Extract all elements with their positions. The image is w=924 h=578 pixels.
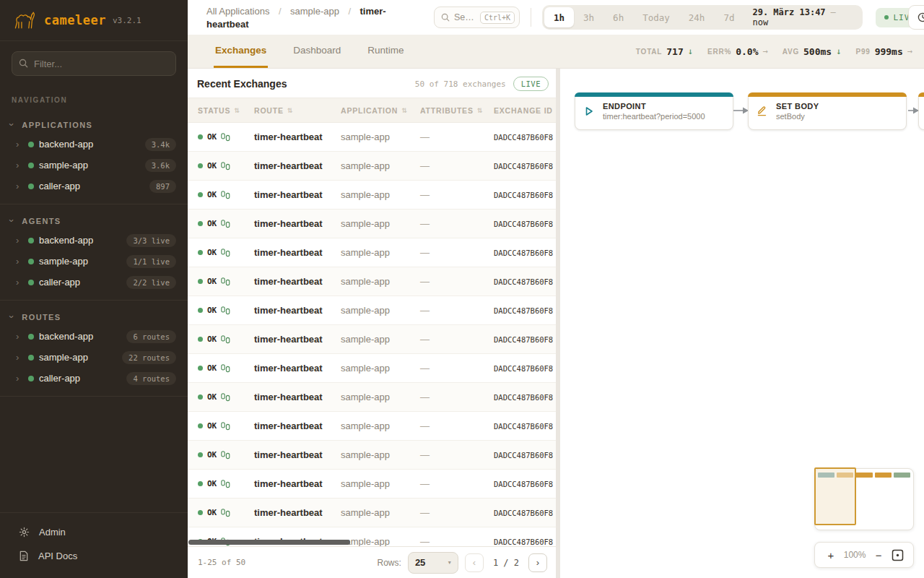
flow-node-partial[interactable] xyxy=(918,92,924,130)
status-cell: OK xyxy=(198,363,254,373)
attributes-cell: — xyxy=(420,334,494,345)
time-range-3h[interactable]: 3h xyxy=(574,7,603,27)
chevron-right-icon[interactable]: › xyxy=(16,331,25,342)
column-header-attributes[interactable]: ATTRIBUTES⇅ xyxy=(420,106,494,115)
tab-dashboard[interactable]: Dashboard xyxy=(292,35,342,68)
table-row[interactable]: OKtimer-heartbeatsample-app—DADCC487B60F… xyxy=(188,499,556,527)
prev-page-button[interactable]: ‹ xyxy=(465,553,484,572)
time-range-group: 1h3h6hToday24h7d 29. März 13:47–now xyxy=(542,5,863,30)
time-range-24h[interactable]: 24h xyxy=(679,7,715,27)
chevron-right-icon[interactable]: › xyxy=(16,235,25,246)
table-row[interactable]: OKtimer-heartbeatsample-app—DADCC487B60F… xyxy=(188,267,556,296)
sidebar-item-caller-app[interactable]: ›caller-app897 xyxy=(0,176,188,197)
sidebar-item-admin[interactable]: Admin xyxy=(0,520,188,544)
api-docs-label: API Docs xyxy=(38,551,77,561)
sidebar-item-badge: 897 xyxy=(149,180,176,193)
column-header-application[interactable]: APPLICATION⇅ xyxy=(341,106,420,115)
stat-label: AVG xyxy=(783,48,799,56)
route-cell: timer-heartbeat xyxy=(254,305,341,316)
table-row[interactable]: OKtimer-heartbeatsample-app—DADCC487B60F… xyxy=(188,296,556,325)
minimap-viewport[interactable] xyxy=(814,467,856,525)
status-text: OK xyxy=(207,508,217,517)
breadcrumb-sample-app[interactable]: sample-app xyxy=(290,6,339,17)
column-header-exchange-id[interactable]: EXCHANGE ID⇅ xyxy=(494,106,556,115)
attributes-cell: — xyxy=(420,131,494,142)
tab-runtime[interactable]: Runtime xyxy=(366,35,405,68)
table-row[interactable]: OKtimer-heartbeatsample-app—DADCC487B60F… xyxy=(188,470,556,499)
sidebar-item-sample-app[interactable]: ›sample-app22 routes xyxy=(0,347,188,368)
nav-section-label: NAVIGATION xyxy=(12,96,176,104)
breadcrumb-separator: / xyxy=(279,6,282,17)
sidebar-item-label: backend-app xyxy=(39,331,126,342)
table-row[interactable]: OKtimer-heartbeatsample-app—DADCC487B60F… xyxy=(188,152,556,181)
section-header-agents[interactable]: ›AGENTS xyxy=(0,210,188,230)
table-live-toggle[interactable]: LIVE xyxy=(513,77,549,91)
sidebar-item-api-docs[interactable]: API Docs xyxy=(0,544,188,568)
chevron-right-icon[interactable]: › xyxy=(16,373,25,384)
sidebar: cameleer v3.2.1 NAVIGATION ›APPLICATIONS… xyxy=(0,0,188,578)
chevron-down-icon: ▾ xyxy=(448,559,451,566)
minimap[interactable] xyxy=(814,468,914,530)
time-range-today[interactable]: Today xyxy=(633,7,679,27)
sidebar-item-caller-app[interactable]: ›caller-app4 routes xyxy=(0,368,188,389)
table-row[interactable]: OKtimer-heartbeatsample-app—DADCC487B60F… xyxy=(188,181,556,210)
table-row[interactable]: OKtimer-heartbeatsample-app—DADCC487B60F… xyxy=(188,210,556,238)
exchange-id-cell: DADCC487B60F8 xyxy=(494,335,556,344)
table-row[interactable]: OKtimer-heartbeatsample-app—DADCC487B60F… xyxy=(188,123,556,152)
sort-icon: ⇅ xyxy=(234,107,240,114)
status-text: OK xyxy=(207,132,217,142)
chevron-right-icon[interactable]: › xyxy=(16,277,25,288)
attributes-cell: — xyxy=(420,420,494,431)
chevron-right-icon[interactable]: › xyxy=(16,181,25,191)
sidebar-item-backend-app[interactable]: ›backend-app3/3 live xyxy=(0,230,188,251)
column-header-status[interactable]: STATUS⇅ xyxy=(198,106,254,115)
time-range-display[interactable]: 29. März 13:47–now xyxy=(752,7,850,27)
tab-exchanges[interactable]: Exchanges xyxy=(214,35,268,68)
page-indicator: 1 / 2 xyxy=(493,558,519,568)
camel-logo-icon xyxy=(12,9,38,32)
section-header-routes[interactable]: ›ROUTES xyxy=(0,306,188,326)
time-end: now xyxy=(752,17,768,27)
breadcrumb-all-applications[interactable]: All Applications xyxy=(206,6,269,17)
stat-avg: AVG500ms↓ xyxy=(783,46,842,57)
rows-per-page-select[interactable]: 25 ▾ xyxy=(408,552,458,574)
status-dot xyxy=(198,452,203,457)
sidebar-item-backend-app[interactable]: ›backend-app6 routes xyxy=(0,326,188,347)
trend-down-icon: ↓ xyxy=(688,46,693,56)
sidebar-item-sample-app[interactable]: ›sample-app1/1 live xyxy=(0,251,188,272)
filter-input[interactable] xyxy=(12,51,176,76)
chevron-right-icon[interactable]: › xyxy=(16,139,25,150)
table-row[interactable]: OKtimer-heartbeatsample-app—DADCC487B60F… xyxy=(188,412,556,441)
table-row[interactable]: OKtimer-heartbeatsample-app—DADCC487B60F… xyxy=(188,441,556,470)
time-range-1h[interactable]: 1h xyxy=(544,7,574,27)
pencil-icon xyxy=(756,105,769,118)
sidebar-item-sample-app[interactable]: ›sample-app3.6k xyxy=(0,155,188,176)
chevron-right-icon[interactable]: › xyxy=(16,160,25,171)
fit-view-button[interactable] xyxy=(892,549,904,561)
column-header-route[interactable]: ROUTE⇅ xyxy=(254,106,341,115)
table-row[interactable]: OKtimer-heartbeatsample-app—DADCC487B60F… xyxy=(188,238,556,267)
next-page-button[interactable]: › xyxy=(528,553,547,572)
flow-node-set-body[interactable]: SET BODY setBody xyxy=(748,92,907,130)
refresh-interval-button[interactable] xyxy=(908,5,924,30)
time-range-7d[interactable]: 7d xyxy=(714,7,744,27)
search-input[interactable] xyxy=(454,12,476,22)
route-cell: timer-heartbeat xyxy=(254,160,341,171)
table-row[interactable]: OKtimer-heartbeatsample-app—DADCC487B60F… xyxy=(188,383,556,412)
chevron-right-icon[interactable]: › xyxy=(16,352,25,363)
sidebar-item-caller-app[interactable]: ›caller-app2/2 live xyxy=(0,272,188,293)
zoom-in-button[interactable]: + xyxy=(824,549,837,561)
global-search[interactable]: Ctrl+K xyxy=(434,7,520,28)
table-row[interactable]: OKtimer-heartbeatsample-app—DADCC487B60F… xyxy=(188,354,556,383)
application-cell: sample-app xyxy=(341,507,420,518)
flow-node-endpoint[interactable]: ENDPOINT timer:heartbeat?period=5000 xyxy=(575,92,733,130)
horizontal-scrollbar-thumb[interactable] xyxy=(188,540,350,545)
sidebar-sections: ›APPLICATIONS›backend-app3.4k›sample-app… xyxy=(0,108,188,512)
zoom-out-button[interactable]: − xyxy=(872,549,885,561)
section-header-applications[interactable]: ›APPLICATIONS xyxy=(0,114,188,134)
time-dash: – xyxy=(831,7,836,17)
table-row[interactable]: OKtimer-heartbeatsample-app—DADCC487B60F… xyxy=(188,325,556,354)
time-range-6h[interactable]: 6h xyxy=(603,7,633,27)
chevron-right-icon[interactable]: › xyxy=(16,256,25,267)
sidebar-item-backend-app[interactable]: ›backend-app3.4k xyxy=(0,134,188,155)
